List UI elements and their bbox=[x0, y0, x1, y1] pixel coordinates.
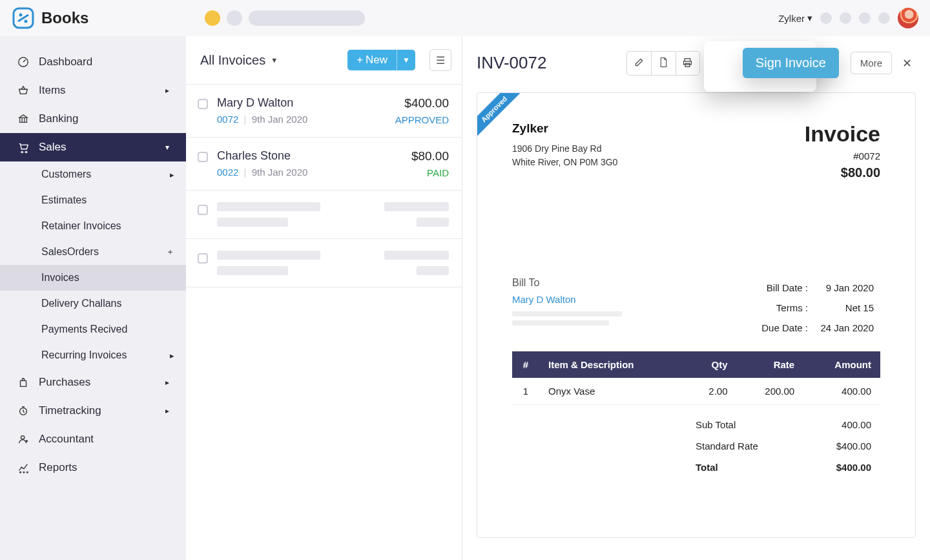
bank-icon bbox=[17, 112, 30, 125]
row-number[interactable]: 0022 bbox=[217, 167, 238, 178]
sidebar-sub-label: Delivery Challans bbox=[41, 298, 122, 309]
bill-to-label: Bill To bbox=[512, 277, 622, 289]
doc-meta: Bill Date :9 Jan 2020 Terms :Net 15 Due … bbox=[755, 277, 880, 338]
chevron-right-icon: ▸ bbox=[170, 351, 174, 360]
doc-invoice-num: #0072 bbox=[805, 150, 880, 161]
chevron-down-icon: ▾ bbox=[807, 12, 812, 24]
sidebar-item-banking[interactable]: Banking bbox=[0, 105, 186, 133]
sidebar-sub-retainer[interactable]: Retainer Invoices bbox=[0, 213, 186, 239]
more-button[interactable]: More bbox=[851, 52, 892, 74]
sidebar-sub-label: SalesOrders bbox=[41, 246, 99, 258]
sidebar-sub-payments[interactable]: Payments Recived bbox=[0, 316, 186, 342]
sidebar-item-items[interactable]: Items ▸ bbox=[0, 76, 186, 105]
sidebar-sub-invoices[interactable]: Invoices bbox=[0, 265, 186, 291]
list-options-button[interactable]: ☰ bbox=[429, 49, 451, 71]
sidebar-item-sales[interactable]: Sales ▾ bbox=[0, 133, 186, 161]
row-date: 9th Jan 2020 bbox=[252, 114, 308, 125]
edit-button[interactable] bbox=[626, 51, 651, 76]
row-status: APPROVED bbox=[395, 114, 449, 125]
pencil-icon bbox=[634, 57, 645, 70]
sidebar-sub-recurring[interactable]: Recurring Invoices ▸ bbox=[0, 342, 186, 368]
sidebar-item-reports[interactable]: Reports bbox=[0, 453, 186, 482]
printer-icon bbox=[682, 57, 693, 70]
attach-button[interactable] bbox=[707, 51, 731, 76]
row-number[interactable]: 0072 bbox=[217, 114, 238, 125]
brand: Books bbox=[12, 6, 88, 30]
invoice-document: Approved Zylker 1906 Dry Pine Bay Rd Whi… bbox=[477, 92, 916, 538]
chevron-right-icon: ▸ bbox=[165, 378, 169, 387]
pdf-button[interactable] bbox=[651, 51, 676, 76]
doc-address-2: White River, ON P0M 3G0 bbox=[512, 156, 617, 169]
sidebar-item-label: Purchases bbox=[39, 376, 90, 389]
chevron-right-icon: ▸ bbox=[165, 86, 169, 95]
cart-icon bbox=[17, 141, 30, 154]
chevron-right-icon: ▸ bbox=[165, 406, 169, 415]
top-skeleton bbox=[205, 10, 365, 26]
chevron-down-icon: ▼ bbox=[271, 56, 278, 64]
doc-amount: $80.00 bbox=[805, 165, 880, 180]
list-header: All Invoices ▼ + New ▼ ☰ bbox=[186, 36, 462, 84]
sidebar-item-label: Items bbox=[39, 84, 66, 97]
row-checkbox bbox=[198, 253, 208, 264]
sidebar-item-label: Reports bbox=[39, 461, 78, 474]
svg-point-1 bbox=[19, 14, 23, 17]
sidebar-sub-label: Invoices bbox=[41, 272, 79, 284]
doc-company: Zylker bbox=[512, 121, 617, 136]
close-button[interactable]: ✕ bbox=[898, 52, 916, 74]
row-checkbox bbox=[198, 205, 208, 215]
row-checkbox[interactable] bbox=[198, 152, 208, 162]
new-button-dropdown[interactable]: ▼ bbox=[397, 50, 415, 70]
row-status: PAID bbox=[411, 167, 449, 178]
org-name: Zylker bbox=[778, 13, 805, 24]
sidebar-sub-customers[interactable]: Customers ▸ bbox=[0, 161, 186, 187]
sidebar-item-purchases[interactable]: Purchases ▸ bbox=[0, 368, 186, 397]
top-dot bbox=[878, 12, 890, 24]
sidebar-sub-salesorders[interactable]: SalesOrders ＋ bbox=[0, 239, 186, 265]
list-title-label: All Invoices bbox=[200, 53, 265, 68]
bag-icon bbox=[17, 376, 30, 389]
logo-icon bbox=[12, 6, 35, 30]
doc-type-label: Invoice bbox=[805, 121, 880, 147]
dashboard-icon bbox=[17, 56, 30, 68]
row-amount: $80.00 bbox=[411, 149, 449, 163]
sidebar-sub-delivery[interactable]: Delivery Challans bbox=[0, 291, 186, 316]
list-item[interactable]: Mary D Walton 0072 | 9th Jan 2020 $400.0… bbox=[186, 85, 462, 138]
basket-icon bbox=[17, 84, 30, 97]
plus-icon[interactable]: ＋ bbox=[166, 246, 174, 258]
avatar[interactable] bbox=[898, 8, 918, 28]
list-item[interactable]: Charles Stone 0022 | 9th Jan 2020 $80.00… bbox=[186, 138, 462, 191]
sign-invoice-button[interactable]: Sign Invoice bbox=[743, 48, 839, 78]
top-dot bbox=[820, 12, 832, 24]
sidebar-item-label: Accountant bbox=[39, 433, 94, 446]
sidebar-item-dashboard[interactable]: Dashboard bbox=[0, 48, 186, 76]
row-date: 9th Jan 2020 bbox=[252, 167, 308, 178]
new-button[interactable]: + New bbox=[347, 50, 397, 70]
clock-icon bbox=[17, 404, 30, 417]
paperclip-icon bbox=[714, 56, 723, 70]
sidebar-sub-label: Estimates bbox=[41, 194, 87, 206]
sidebar-item-label: Dashboard bbox=[39, 56, 92, 68]
sidebar: Dashboard Items ▸ Banking Sales ▾ Custom… bbox=[0, 36, 186, 560]
row-amount: $400.00 bbox=[395, 96, 449, 110]
chart-icon bbox=[17, 461, 30, 474]
list-filter-dropdown[interactable]: All Invoices ▼ bbox=[200, 53, 278, 68]
topbar: Books Zylker ▾ bbox=[0, 0, 930, 36]
sidebar-item-accountant[interactable]: Accountant bbox=[0, 425, 186, 453]
chevron-down-icon: ▾ bbox=[165, 143, 169, 152]
row-checkbox[interactable] bbox=[198, 99, 208, 109]
sidebar-item-timetracking[interactable]: Timetracking ▸ bbox=[0, 397, 186, 425]
doc-header: Zylker 1906 Dry Pine Bay Rd White River,… bbox=[512, 121, 880, 180]
print-button[interactable] bbox=[676, 51, 700, 76]
close-icon: ✕ bbox=[902, 57, 912, 70]
sidebar-sub-estimates[interactable]: Estimates bbox=[0, 187, 186, 213]
bill-to-name[interactable]: Mary D Walton bbox=[512, 294, 622, 305]
list-item-skeleton bbox=[186, 239, 462, 287]
hamburger-icon: ☰ bbox=[436, 54, 445, 67]
col-amount: Amount bbox=[803, 351, 880, 378]
svg-point-2 bbox=[25, 20, 28, 23]
sidebar-item-label: Timetracking bbox=[39, 404, 101, 417]
row-customer: Charles Stone bbox=[217, 149, 402, 163]
org-picker[interactable]: Zylker ▾ bbox=[778, 12, 812, 24]
invoice-list-panel: All Invoices ▼ + New ▼ ☰ Mary D Walton bbox=[186, 36, 462, 560]
chevron-right-icon: ▸ bbox=[170, 170, 174, 180]
